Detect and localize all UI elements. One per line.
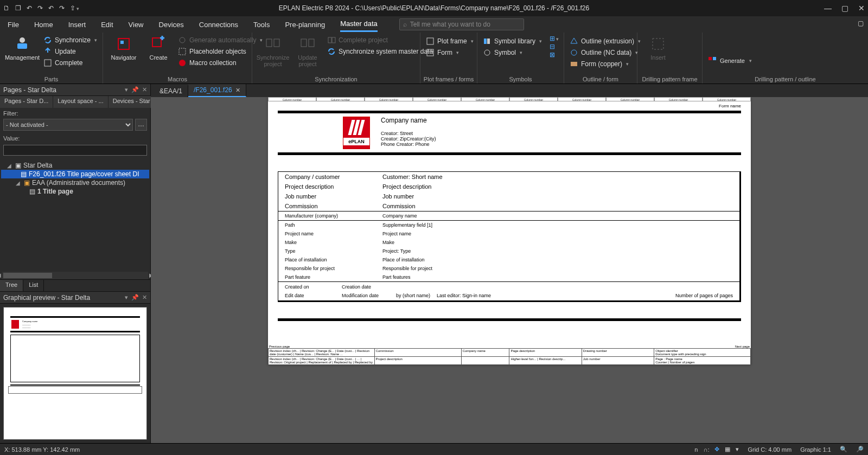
close-button[interactable]: ✕ [858, 4, 865, 12]
menu-edit[interactable]: Edit [101, 18, 113, 31]
symbol-library-button[interactable]: Symbol library▾ [483, 36, 542, 47]
complete-project-button[interactable]: Complete project [327, 35, 433, 46]
qat-undo2-icon[interactable]: ↶ [48, 4, 54, 12]
gear-icon [178, 36, 187, 44]
navigator-button[interactable]: Navigator [108, 35, 139, 82]
drawing-canvas[interactable]: Column numberColumn numberColumn numberC… [151, 97, 868, 443]
doctab-eaa[interactable]: &EAA/1 [154, 85, 188, 97]
update-project-button[interactable]: Update project [292, 35, 323, 82]
sync-master-button[interactable]: Synchronize system master data [327, 46, 433, 57]
snap-grid-icon[interactable]: ▦ [725, 446, 730, 453]
doctab-f26[interactable]: /F26_001.f26✕ [188, 84, 246, 97]
pane-pin-icon[interactable]: 📌 [131, 86, 139, 93]
insert-drill-button[interactable]: Insert [643, 35, 673, 82]
outline-nc-button[interactable]: Outline (NC data)▾ [570, 47, 631, 58]
svg-point-21 [571, 50, 577, 55]
group-label-symbols: Symbols [477, 76, 564, 82]
pane-close-icon[interactable]: ✕ [142, 86, 147, 93]
window-title: EPLAN Electric P8 2024 - C:\Users\Public… [279, 4, 589, 12]
svg-rect-2 [44, 60, 51, 66]
qat-copy-icon[interactable]: ❐ [15, 4, 21, 12]
preview-pin-icon[interactable]: 📌 [131, 294, 139, 301]
preview-close-icon[interactable]: ✕ [142, 294, 147, 301]
statusbar: X: 513.88 mm Y: 142.42 mm n ∩: ✥ ▦ ▾ Gri… [0, 443, 868, 455]
svg-rect-24 [709, 57, 712, 60]
menu-insert[interactable]: Insert [68, 18, 86, 31]
tab-tree[interactable]: Tree [0, 280, 23, 291]
menu-tools[interactable]: Tools [253, 18, 270, 31]
qat-undo-icon[interactable]: ↶ [27, 4, 32, 12]
sync-project-button[interactable]: Synchronize project [258, 35, 288, 82]
sym-tool3-icon[interactable]: ⊠ [550, 51, 559, 59]
zoom-out-icon[interactable]: 🔎 [856, 446, 864, 453]
menu-connections[interactable]: Connections [199, 18, 238, 31]
menu-home[interactable]: Home [34, 18, 53, 31]
tab-list[interactable]: List [23, 280, 44, 291]
insert-drill-icon [650, 36, 666, 52]
symbol-button[interactable]: Symbol▾ [483, 47, 542, 58]
group-label-plot: Plot frames / forms [420, 76, 477, 82]
sync-icon [43, 36, 52, 44]
minimize-button[interactable]: — [824, 4, 832, 12]
tree-twisty2-icon[interactable]: ◢ [14, 180, 22, 186]
svg-rect-16 [427, 49, 433, 56]
folder-icon: ▣ [24, 179, 30, 187]
menu-view[interactable]: View [129, 18, 144, 31]
svg-rect-15 [427, 38, 433, 44]
snap-move-icon[interactable]: ✥ [714, 446, 719, 453]
macro-collection-button[interactable]: Macro collection [178, 57, 263, 68]
tab-layout[interactable]: Layout space - ... [53, 96, 108, 108]
snap-n-icon[interactable]: n [694, 446, 698, 453]
search-icon: ⌕ [403, 21, 407, 28]
preview-thumbnail[interactable]: Company name______________ [3, 307, 147, 440]
complete-button[interactable]: Complete [43, 57, 97, 68]
qat-redo-icon[interactable]: ↷ [37, 4, 43, 12]
form-copper-button[interactable]: Form (copper)▾ [570, 59, 631, 69]
generate-auto-button[interactable]: Generate automatically▾ [178, 35, 263, 46]
update-button[interactable]: Update [43, 46, 97, 57]
qat-new-icon[interactable]: 🗋 [3, 4, 10, 12]
snap-n2-icon[interactable]: ∩: [703, 446, 709, 453]
tree-root[interactable]: Star Delta [23, 162, 52, 169]
menu-masterdata[interactable]: Master data [340, 17, 378, 32]
value-input[interactable] [3, 145, 147, 156]
pages-tree[interactable]: ◢▣Star Delta ▤F26_001.f26 Title page/cov… [0, 159, 150, 272]
menu-file[interactable]: File [8, 18, 19, 31]
form-icon [426, 48, 435, 57]
preview-dropdown-icon[interactable]: ▾ [125, 294, 128, 301]
tree-twisty-icon[interactable]: ◢ [5, 163, 13, 169]
outline-extrusion-button[interactable]: Outline (extrusion)▾ [570, 36, 631, 47]
group-label-parts: Parts [0, 76, 103, 82]
tree-item-title[interactable]: 1 Title page [37, 188, 73, 195]
snap-dd-icon[interactable]: ▾ [736, 446, 739, 453]
menu-devices[interactable]: Devices [159, 18, 184, 31]
tree-eaa[interactable]: EAA (Administrative documents) [32, 179, 125, 187]
qat-export-icon[interactable]: ⇪▾ [70, 4, 79, 12]
pane-dropdown-icon[interactable]: ▾ [125, 86, 128, 93]
sym-tool1-icon[interactable]: ⊞▾ [550, 35, 559, 42]
zoom-in-icon[interactable]: 🔍 [840, 446, 847, 453]
generate-drill-button[interactable]: Generate▾ [708, 35, 752, 82]
svg-rect-12 [309, 39, 314, 47]
filter-select[interactable]: - Not activated - [3, 119, 133, 131]
filter-more-button[interactable]: … [135, 119, 147, 131]
placeholder-button[interactable]: Placeholder objects [178, 46, 263, 57]
create-button[interactable]: Create [143, 35, 174, 82]
tree-hscroll[interactable]: ◀▶ [2, 272, 148, 279]
doctab-close-icon[interactable]: ✕ [235, 87, 240, 94]
project-icon: ▣ [15, 162, 21, 169]
management-button[interactable]: Management [5, 35, 39, 82]
sym-tool2-icon[interactable]: ⊟ [550, 43, 559, 50]
form-button[interactable]: Form▾ [426, 47, 471, 58]
tellme-search[interactable]: ⌕ Tell me what you want to do [399, 18, 524, 30]
tab-pages[interactable]: Pages - Star D... [0, 96, 53, 108]
menu-preplanning[interactable]: Pre-planning [285, 18, 325, 31]
plotframe-button[interactable]: Plot frame▾ [426, 36, 471, 47]
synchronize-button[interactable]: Synchronize▾ [43, 35, 97, 46]
maximize-button[interactable]: ▢ [841, 4, 848, 12]
svg-rect-4 [120, 41, 124, 44]
form-name-label: Form name [278, 104, 741, 108]
qat-redo2-icon[interactable]: ↷ [59, 4, 65, 12]
tree-item-f26[interactable]: F26_001.f26 Title page/cover sheet DI [29, 170, 139, 178]
ribbon-expand-icon[interactable]: ▢ [858, 20, 864, 27]
